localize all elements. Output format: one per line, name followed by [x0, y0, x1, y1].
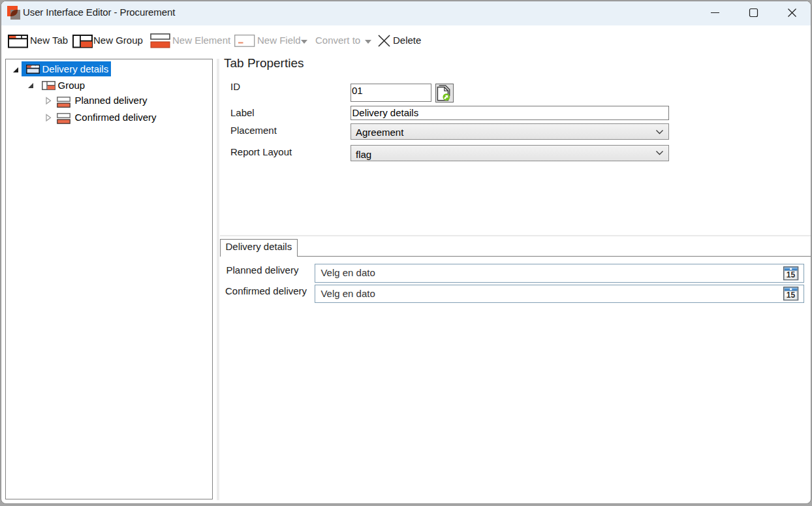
svg-text:15: 15 [787, 291, 796, 300]
svg-text:15: 15 [787, 271, 796, 280]
